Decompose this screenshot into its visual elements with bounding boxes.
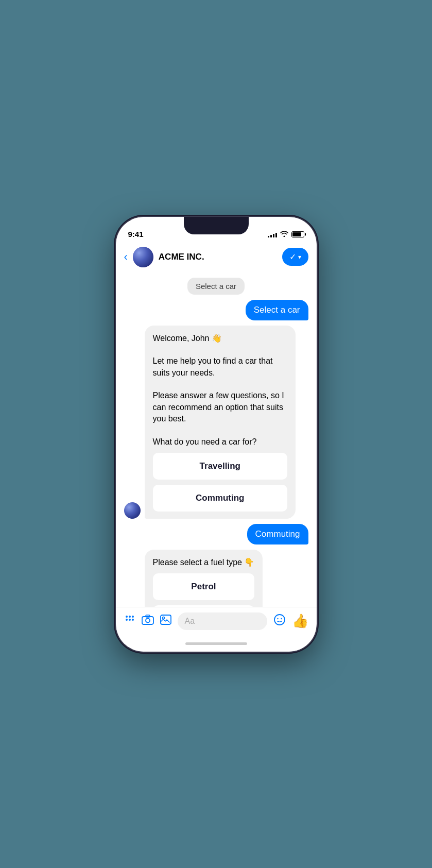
- svg-point-4: [129, 619, 131, 621]
- bot-bubble-1: Welcome, John 👋 Let me help you to find …: [145, 326, 296, 519]
- home-indicator: [116, 636, 317, 652]
- svg-point-1: [129, 616, 131, 618]
- svg-point-0: [126, 616, 128, 618]
- svg-point-5: [132, 619, 134, 621]
- thumbsup-icon[interactable]: 👍: [292, 613, 308, 629]
- bot-text-1: Welcome, John 👋 Let me help you to find …: [153, 333, 288, 448]
- back-button[interactable]: ‹: [124, 250, 128, 264]
- camera-icon[interactable]: [142, 615, 154, 628]
- commuting-button[interactable]: Commuting: [153, 485, 288, 512]
- bot-message-2: Please select a fuel type 👇 Petrol Diese…: [124, 550, 308, 607]
- svg-point-10: [162, 617, 164, 619]
- bot-text-2: Please select a fuel type 👇: [153, 557, 255, 568]
- status-icons: [268, 231, 304, 239]
- travelling-button[interactable]: Travelling: [153, 453, 288, 480]
- check-button[interactable]: ✓ ▾: [282, 248, 308, 266]
- svg-point-11: [274, 615, 285, 625]
- user-message-2: Commuting: [124, 524, 308, 544]
- home-bar: [185, 642, 247, 645]
- svg-rect-6: [142, 617, 153, 624]
- notch: [184, 217, 249, 234]
- system-bubble-1: Select a car: [187, 278, 245, 295]
- status-time: 9:41: [128, 230, 144, 239]
- chat-area: Select a car Select a car Welcome, John …: [116, 274, 317, 607]
- input-placeholder: Aa: [185, 617, 195, 625]
- chat-header: ‹ ACME INC. ✓ ▾: [116, 243, 317, 274]
- emoji-icon[interactable]: [273, 614, 286, 629]
- chevron-down-icon: ▾: [298, 253, 301, 261]
- user-bubble-2: Commuting: [247, 524, 308, 544]
- bot-message-1: Welcome, John 👋 Let me help you to find …: [124, 326, 308, 519]
- grid-dots-icon[interactable]: [124, 614, 135, 628]
- image-icon[interactable]: [160, 615, 171, 628]
- svg-point-2: [132, 616, 134, 618]
- signal-icon: [268, 231, 277, 237]
- phone-frame: 9:41: [116, 217, 317, 652]
- avatar: [133, 247, 153, 267]
- bot-avatar-1: [124, 502, 141, 519]
- svg-point-13: [281, 618, 282, 619]
- svg-point-12: [277, 618, 278, 619]
- battery-icon: [291, 231, 304, 237]
- bot-bubble-2: Please select a fuel type 👇 Petrol Diese…: [145, 550, 263, 607]
- wifi-icon: [280, 231, 288, 239]
- header-title: ACME INC.: [159, 252, 282, 262]
- user-message-1: Select a car: [124, 300, 308, 320]
- check-icon: ✓: [289, 252, 296, 262]
- system-message-1: Select a car: [124, 278, 308, 295]
- svg-point-3: [126, 619, 128, 621]
- svg-point-7: [146, 618, 150, 622]
- svg-rect-8: [146, 615, 150, 617]
- toolbar: Aa 👍: [116, 607, 317, 636]
- user-bubble-1: Select a car: [246, 300, 308, 320]
- text-input[interactable]: Aa: [178, 612, 267, 630]
- petrol-button[interactable]: Petrol: [153, 573, 255, 600]
- phone-screen: 9:41: [116, 217, 317, 652]
